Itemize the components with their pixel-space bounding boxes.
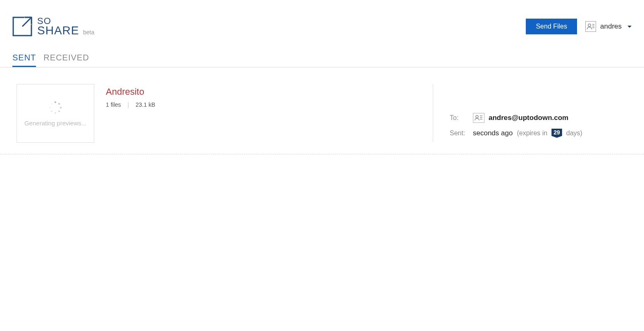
beta-label: beta	[83, 29, 94, 36]
user-menu[interactable]: andres	[585, 21, 632, 32]
header: SO SHARE beta Send Files andres	[0, 0, 644, 41]
header-right: Send Files andres	[526, 19, 632, 34]
item-size: 23.1 kB	[136, 101, 155, 108]
send-files-button[interactable]: Send Files	[526, 19, 577, 34]
svg-point-15	[49, 107, 50, 108]
logo-icon	[12, 17, 32, 36]
chevron-down-icon	[627, 26, 632, 28]
expires-suffix: days)	[566, 130, 582, 137]
svg-point-5	[588, 24, 591, 26]
tab-received[interactable]: RECEIVED	[43, 53, 89, 67]
spinner-icon	[48, 101, 62, 115]
item-title[interactable]: Andresito	[106, 86, 155, 97]
logo-line2: SHARE	[37, 24, 79, 37]
to-email: andres@uptodown.com	[489, 114, 568, 122]
vertical-divider	[433, 84, 433, 142]
meta-separator: |	[127, 101, 129, 108]
logo[interactable]: SO SHARE beta	[12, 17, 94, 36]
svg-point-17	[476, 115, 478, 118]
to-label: To:	[450, 114, 469, 122]
item-left: Generating previews... Andresito 1 files…	[17, 84, 433, 144]
sent-time: seconds ago	[473, 129, 513, 137]
recipient-icon	[473, 113, 484, 123]
thumb-status-text: Generating previews...	[24, 120, 86, 127]
preview-thumbnail: Generating previews...	[17, 84, 94, 143]
item-details: To: andres@uptodown.com Sent: seconds ag…	[450, 84, 632, 144]
svg-point-12	[58, 110, 60, 112]
item-info: Andresito 1 files | 23.1 kB	[106, 84, 155, 144]
item-meta: 1 files | 23.1 kB	[106, 101, 155, 108]
svg-point-11	[60, 107, 62, 108]
svg-point-16	[51, 103, 52, 104]
logo-text: SO SHARE beta	[37, 17, 94, 36]
user-icon	[585, 21, 596, 32]
tabs: SENT RECEIVED	[0, 41, 644, 67]
tab-sent[interactable]: SENT	[12, 53, 36, 67]
expires-prefix: (expires in	[517, 130, 547, 137]
item-files-count: 1 files	[106, 101, 121, 108]
to-row: To: andres@uptodown.com	[450, 113, 632, 123]
expires-badge: 29	[551, 129, 562, 138]
svg-point-14	[51, 110, 52, 112]
sent-row: Sent: seconds ago (expires in 29 days)	[450, 129, 632, 138]
sent-label: Sent:	[450, 130, 469, 137]
content-row: Generating previews... Andresito 1 files…	[0, 67, 644, 154]
svg-point-13	[55, 112, 56, 114]
svg-point-10	[58, 103, 60, 104]
svg-point-9	[55, 101, 56, 103]
username-label: andres	[600, 22, 622, 31]
